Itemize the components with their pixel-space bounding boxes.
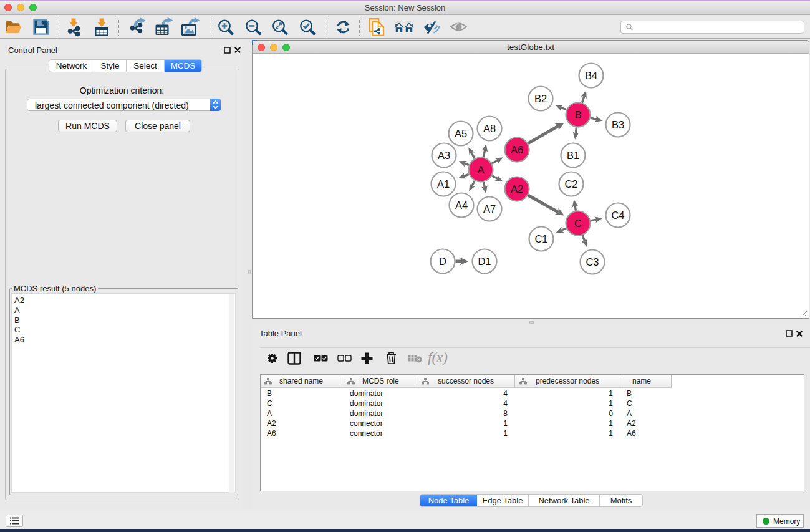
svg-text:B1: B1 — [567, 150, 579, 161]
svg-text:C2: C2 — [564, 178, 577, 190]
svg-text:C4: C4 — [611, 210, 624, 221]
svg-text:B: B — [574, 109, 581, 120]
svg-text:D1: D1 — [478, 256, 491, 267]
svg-text:B3: B3 — [612, 119, 624, 130]
svg-text:A4: A4 — [455, 200, 468, 211]
svg-text:A2: A2 — [511, 183, 523, 195]
svg-text:A: A — [477, 164, 484, 175]
svg-text:A8: A8 — [483, 123, 496, 134]
svg-text:D: D — [439, 256, 446, 267]
svg-text:C1: C1 — [534, 233, 547, 244]
svg-text:B4: B4 — [585, 70, 597, 81]
svg-text:A7: A7 — [483, 203, 496, 215]
svg-text:A3: A3 — [438, 150, 450, 161]
svg-text:C3: C3 — [586, 256, 599, 268]
svg-text:A1: A1 — [437, 178, 450, 190]
svg-text:C: C — [574, 218, 582, 229]
svg-text:A5: A5 — [455, 128, 467, 139]
svg-text:A6: A6 — [511, 144, 523, 155]
svg-text:B2: B2 — [534, 93, 547, 104]
